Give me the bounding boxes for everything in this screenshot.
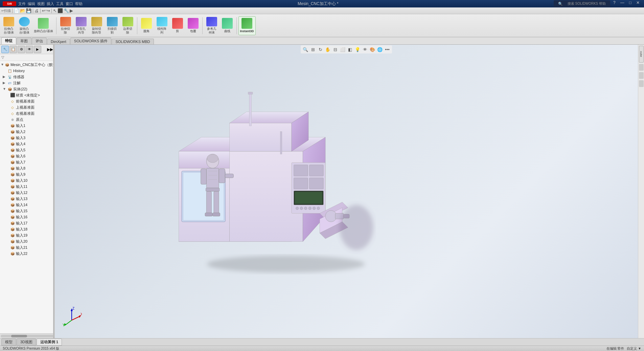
panel-resize-handle[interactable] (53, 45, 54, 338)
tab-feature[interactable]: 特征 (1, 37, 16, 44)
rp-icon2[interactable] (639, 72, 644, 79)
maximize-btn[interactable]: □ (627, 0, 633, 7)
tree-item-input22[interactable]: 📦 输入22 (0, 250, 54, 257)
menu-edit[interactable]: 编辑 (28, 1, 35, 6)
view-cube-icon[interactable]: cube (639, 46, 644, 63)
tree-item-input10[interactable]: 📦 输入10 (0, 177, 54, 183)
ref-geom-btn[interactable]: 参考几何体 (204, 16, 219, 35)
swept-cut-btn[interactable]: 扫描切割 (105, 16, 120, 35)
tab-sw-plugins[interactable]: SOLIDWORKS 插件 (70, 38, 112, 44)
tree-item-input14[interactable]: 📦 输入14 (0, 202, 54, 208)
lofted-cut-btn[interactable]: 边界切除 (120, 16, 135, 35)
minimize-btn[interactable]: ? (612, 0, 617, 7)
redo-btn[interactable]: ↪ (46, 8, 50, 13)
rp-icon3[interactable] (639, 80, 644, 87)
menu-tools[interactable]: 工具 (56, 1, 64, 6)
fillet-btn[interactable]: 圆角 (139, 16, 154, 35)
fit-icon[interactable]: ⊞ (309, 46, 316, 53)
view-disp-icon[interactable]: ◧ (347, 46, 353, 53)
rotate-btn[interactable]: 旋转切除向导 (89, 16, 104, 35)
menu-insert[interactable]: 插入 (47, 1, 54, 6)
panel-btn-display[interactable]: 👁 (26, 46, 33, 53)
menu-help[interactable]: 帮助 (75, 1, 83, 6)
pattern-btn[interactable]: 剪 (170, 16, 185, 35)
tree-item-input6[interactable]: 📦 输入6 (0, 153, 54, 159)
tree-item-input4[interactable]: 📦 输入4 (0, 141, 54, 147)
tree-item-input18[interactable]: 📦 输入18 (0, 226, 54, 232)
revolved-cut-btn[interactable]: 异型孔向导 (74, 16, 89, 35)
lights-icon[interactable]: 💡 (354, 46, 361, 53)
tree-item-input16[interactable]: 📦 输入16 (0, 214, 54, 220)
help-btn[interactable]: — (619, 0, 626, 7)
revolve-base-btn[interactable]: 旋转凸台/基体 (17, 16, 32, 35)
print-btn[interactable]: 🖨 (34, 8, 39, 13)
mirror-btn[interactable]: 包覆 (186, 16, 201, 35)
menu-view[interactable]: 视图 (37, 1, 45, 6)
tree-item-input15[interactable]: 📦 输入15 (0, 208, 54, 214)
tree-item-input7[interactable]: 📦 输入7 (0, 159, 54, 165)
scan-btn[interactable]: ↩扫描 (1, 8, 11, 13)
tree-item-top[interactable]: ◇ 上视基准面 (0, 104, 54, 110)
search-box[interactable]: 🔍 搜索 SOLIDWORKS 帮助 (554, 0, 610, 7)
chamfer-btn[interactable]: 线性阵列 (155, 16, 169, 35)
tree-item-input17[interactable]: 📦 输入17 (0, 220, 54, 226)
boss-base-btn[interactable]: 拉伸凸台/基体 (1, 16, 16, 35)
extruded-cut-btn[interactable]: 拉伸切除 (58, 16, 73, 35)
rp-icon1[interactable] (639, 64, 644, 71)
panel-btn-feature[interactable]: 🔧 (1, 46, 9, 53)
tree-root[interactable]: ▼ 📦 Mesin_CNC加工中心（默认<< (0, 62, 54, 68)
tree-item-material[interactable]: ⬛ 材质 <未指定> (0, 92, 54, 98)
appear-icon[interactable]: 🎨 (369, 46, 376, 53)
scene-icon[interactable]: 🌐 (376, 46, 383, 53)
menu-window[interactable]: 窗口 (66, 1, 73, 6)
curves-btn[interactable]: 曲线 (220, 16, 235, 35)
tree-item-input1[interactable]: 📦 输入1 (0, 123, 54, 129)
tree-item-solid[interactable]: ▼ 📦 实体(22) (0, 86, 54, 92)
tool2-btn[interactable]: 🔧 (64, 8, 69, 13)
hide-icon[interactable]: 👁 (362, 46, 368, 53)
tool3-btn[interactable]: ▶ (70, 8, 73, 13)
close-btn[interactable]: ✕ (635, 0, 641, 7)
tab-evaluate[interactable]: 评估 (32, 38, 47, 44)
view-orient-icon[interactable]: ⬜ (339, 46, 346, 53)
tree-item-annotation[interactable]: ▶ 🏷 注解 (0, 80, 54, 86)
menu-file[interactable]: 文件 (18, 1, 26, 6)
tab-3dview[interactable]: 3D视图 (17, 338, 36, 346)
zoom-icon[interactable]: 🔍 (302, 46, 309, 53)
customize-btn[interactable]: 自定义 ▼ (627, 346, 641, 351)
tree-item-input12[interactable]: 📦 输入12 (0, 190, 54, 196)
rotate-view-icon[interactable]: ↻ (317, 46, 324, 53)
tab-sketch[interactable]: 草图 (17, 38, 31, 44)
tree-item-right[interactable]: ◇ 右视基准面 (0, 110, 54, 116)
undo-btn[interactable]: ↩ (42, 8, 46, 13)
more-view-icon[interactable]: ••• (384, 46, 391, 53)
tree-item-input5[interactable]: 📦 输入5 (0, 147, 54, 153)
swept-btn[interactable]: 放样凸台/基体 (32, 16, 54, 35)
tree-item-sensor[interactable]: ▶ 📡 传感器 (0, 74, 54, 80)
pan-icon[interactable]: ✋ (324, 46, 331, 53)
new-btn[interactable]: 📄 (14, 8, 19, 13)
instant3d-btn[interactable]: Instant3D (238, 16, 256, 35)
select-btn[interactable]: ↖ (53, 8, 57, 13)
tree-item-history[interactable]: 📋 History (0, 68, 54, 74)
tree-item-input13[interactable]: 📦 输入13 (0, 196, 54, 202)
tool1-btn[interactable]: ⬛ (58, 8, 63, 13)
tree-item-input9[interactable]: 📦 输入9 (0, 171, 54, 177)
tree-item-input11[interactable]: 📦 输入11 (0, 183, 54, 190)
tree-item-front[interactable]: ◇ 前视基准面 (0, 98, 54, 104)
panel-btn-config[interactable]: ⚙ (18, 46, 25, 53)
save-btn[interactable]: 💾 (26, 8, 31, 13)
tab-sw-mbd[interactable]: SOLIDWORKS MBD (112, 39, 154, 44)
panel-expand-btn[interactable]: ▶▶ (47, 47, 53, 52)
tree-item-input20[interactable]: 📦 输入20 (0, 238, 54, 244)
tab-motion[interactable]: 运动算例 1 (37, 338, 62, 346)
tab-dimxpert[interactable]: DimXpert (47, 39, 70, 44)
tree-item-input19[interactable]: 📦 输入19 (0, 232, 54, 238)
tree-item-input21[interactable]: 📦 输入21 (0, 244, 54, 250)
tree-item-input8[interactable]: 📦 输入8 (0, 165, 54, 171)
panel-btn-property[interactable]: 📋 (9, 46, 17, 53)
hscroll-thumb[interactable] (11, 335, 27, 337)
tree-item-input3[interactable]: 📦 输入3 (0, 135, 54, 141)
tree-item-origin[interactable]: ⊕ 原点 (0, 116, 54, 123)
section-icon[interactable]: ⊟ (332, 46, 339, 53)
